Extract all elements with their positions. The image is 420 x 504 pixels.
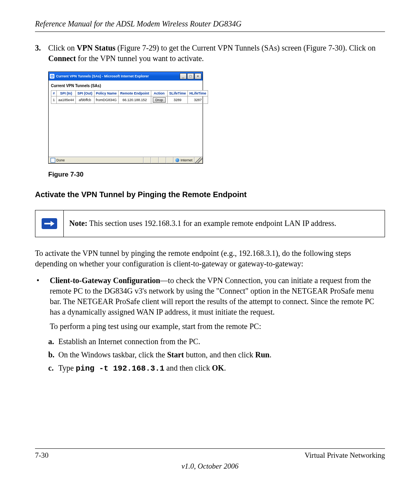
- step-body: Click on VPN Status (Figure 7-29) to get…: [48, 43, 385, 64]
- status-done-text: Done: [56, 158, 65, 162]
- note-bold: Note:: [69, 219, 88, 228]
- note-icon-cell: [35, 210, 64, 237]
- cell-slife: 3289: [168, 96, 188, 104]
- text: button, and then click: [184, 350, 255, 359]
- ping-command: ping -t 192.168.3.1: [76, 364, 164, 373]
- resize-grip[interactable]: [194, 157, 203, 163]
- text: On the Windows taskbar, click the: [58, 350, 167, 359]
- cell-spi-in: aa185e44: [57, 96, 76, 104]
- substep-label: b.: [48, 349, 58, 360]
- step-number: 3.: [35, 43, 48, 64]
- substep-b: b.On the Windows taskbar, click the Star…: [48, 349, 385, 360]
- table-row: 1 aa185e44 af9bffcb fromDG834G 66.120.18…: [51, 96, 208, 104]
- ie-window: Current VPN Tunnels (SAs) - Microsoft In…: [48, 72, 203, 164]
- text: (Figure 7-29) to get the Current VPN Tun…: [116, 44, 376, 52]
- done-icon: [51, 158, 55, 163]
- chapter-name: Virtual Private Networking: [304, 451, 385, 460]
- step-3: 3. Click on VPN Status (Figure 7-29) to …: [35, 43, 385, 64]
- run-bold: Run: [255, 350, 270, 359]
- bullet-dot: •: [35, 275, 50, 332]
- status-blank: [144, 157, 151, 163]
- text: Type: [58, 364, 76, 372]
- maximize-button[interactable]: □: [187, 73, 194, 79]
- arrow-icon: [42, 218, 57, 229]
- col-action: Action: [151, 91, 168, 96]
- paragraph-ping: To perform a ping test using our example…: [50, 321, 385, 332]
- subheading-activate: Activate the VPN Tunnel by Pinging the R…: [35, 190, 385, 199]
- cell-policy: fromDG834G: [94, 96, 119, 104]
- bullet-client-gateway: • Client-to-Gateway Configuration—to che…: [35, 275, 385, 332]
- col-num: #: [51, 91, 57, 96]
- bullet-bold: Client-to-Gateway Configuration: [50, 276, 160, 285]
- status-zone: Internet: [173, 157, 194, 163]
- drop-button[interactable]: Drop: [153, 97, 166, 103]
- note-text: Note: This section uses 192.168.3.1 for …: [64, 210, 342, 237]
- cell-num: 1: [51, 96, 57, 104]
- vpn-tunnels-table: # SPI (In) SPI (Out) Policy Name Remote …: [51, 90, 208, 104]
- page-header-title: Reference Manual for the ADSL Modem Wire…: [35, 19, 385, 28]
- substep-c: c.Type ping -t 192.168.3.1 and then clic…: [48, 362, 385, 374]
- ie-titlebar: Current VPN Tunnels (SAs) - Microsoft In…: [49, 72, 203, 80]
- ie-content: Current VPN Tunnels (SAs) # SPI (In) SPI…: [49, 80, 203, 157]
- cell-hlife: 3287: [187, 96, 208, 104]
- substep-label: c.: [48, 362, 58, 374]
- page-number: 7-30: [35, 451, 49, 460]
- ie-title-text: Current VPN Tunnels (SAs) - Microsoft In…: [56, 74, 180, 78]
- figure-caption: Figure 7-30: [48, 171, 385, 178]
- text: .: [270, 350, 271, 359]
- minimize-button[interactable]: _: [180, 73, 187, 79]
- close-button[interactable]: ×: [194, 73, 201, 79]
- ok-bold: OK: [212, 364, 224, 372]
- substep-text: Establish an Internet connection from th…: [58, 337, 200, 346]
- col-policy: Policy Name: [94, 91, 119, 96]
- figure-7-30: Current VPN Tunnels (SAs) - Microsoft In…: [48, 72, 385, 178]
- status-blank: [159, 157, 166, 163]
- text: Click on: [48, 44, 77, 52]
- text: for the VPN tunnel you want to activate.: [76, 54, 204, 63]
- paragraph-intro: To activate the VPN tunnel by pinging th…: [35, 248, 385, 269]
- status-zone-text: Internet: [180, 158, 192, 162]
- col-spi-in: SPI (In): [57, 91, 76, 96]
- note-box: Note: This section uses 192.168.3.1 for …: [35, 210, 385, 237]
- note-body: This section uses 192.168.3.1 for an exa…: [88, 219, 336, 228]
- status-blank: [166, 157, 173, 163]
- cell-spi-out: af9bffcb: [76, 96, 94, 104]
- cell-action: Drop: [151, 96, 168, 104]
- start-bold: Start: [167, 350, 184, 359]
- substep-a: a.Establish an Internet connection from …: [48, 336, 385, 347]
- footer-rule: [35, 448, 385, 449]
- vpn-section-title: Current VPN Tunnels (SAs): [51, 84, 200, 88]
- vpn-status-bold: VPN Status: [77, 44, 115, 52]
- text: .: [224, 364, 226, 372]
- col-hlife: HLifeTime: [187, 91, 208, 96]
- bullet-body: Client-to-Gateway Configuration—to check…: [50, 275, 385, 332]
- ie-empty-area: [51, 104, 200, 154]
- cell-endpoint: 66.120.188.152: [119, 96, 151, 104]
- doc-version: v1.0, October 2006: [35, 462, 385, 471]
- col-endpoint: Remote Endpoint: [119, 91, 151, 96]
- header-rule: [35, 32, 385, 32]
- internet-icon: [175, 158, 179, 162]
- ie-icon: [50, 74, 54, 79]
- text: and then click: [164, 364, 212, 372]
- page-footer: 7-30 Virtual Private Networking v1.0, Oc…: [35, 448, 385, 471]
- status-done: Done: [49, 157, 144, 163]
- status-blank: [151, 157, 158, 163]
- col-slife: SLifeTime: [168, 91, 188, 96]
- connect-bold: Connect: [48, 54, 76, 63]
- substep-label: a.: [48, 336, 58, 347]
- ie-statusbar: Done Internet: [49, 157, 203, 163]
- col-spi-out: SPI (Out): [76, 91, 94, 96]
